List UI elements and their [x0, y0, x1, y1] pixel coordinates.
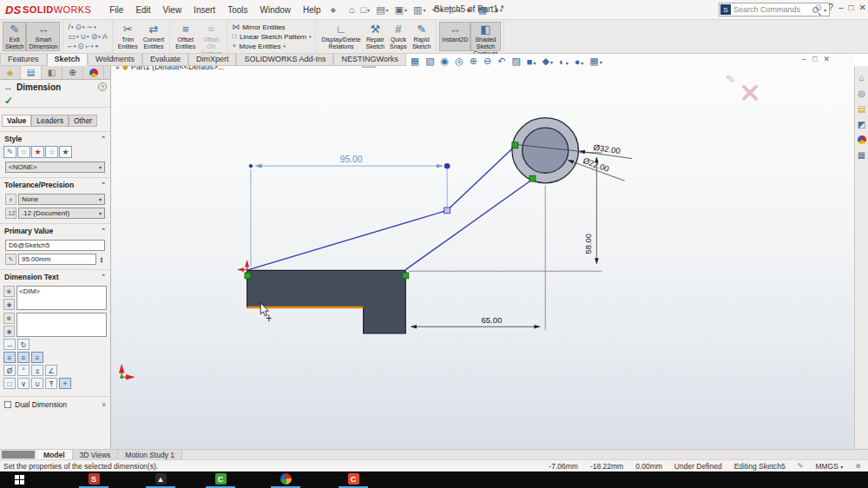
override-value-icon[interactable]: ✎: [5, 254, 16, 265]
chevron-down-icon[interactable]: ▾: [76, 34, 79, 39]
counterbore-symbol-button[interactable]: ∪: [31, 378, 43, 389]
help-icon[interactable]: ?: [98, 82, 107, 91]
tab-sketch[interactable]: Sketch: [47, 54, 89, 66]
chevron-down-icon[interactable]: ▾: [309, 34, 312, 39]
menu-pin-icon[interactable]: ◆: [331, 6, 336, 14]
sketch-profile-region[interactable]: [247, 270, 406, 333]
square-symbol-button[interactable]: □: [3, 378, 16, 389]
precision-dropdown[interactable]: .12 (Document) ▾: [18, 208, 105, 219]
line-tool[interactable]: /▾: [68, 23, 73, 31]
move-entities-button[interactable]: + Move Entities ▾: [232, 42, 311, 50]
instant2d-button[interactable]: ↔ Instant2D: [439, 22, 470, 51]
file-explorer-icon[interactable]: ▤: [858, 104, 865, 114]
help-button[interactable]: ?: [828, 3, 833, 12]
primary-value-section-header[interactable]: Primary Value ⌃: [0, 223, 110, 237]
tab-solidworks-addins[interactable]: SOLIDWORKS Add-Ins: [236, 54, 333, 66]
dimension-value-field[interactable]: 95.00mm: [18, 254, 96, 265]
chevron-down-icon[interactable]: ▾: [71, 24, 74, 30]
tolerance-section-header[interactable]: Tolerance/Precision ⌃: [0, 177, 110, 191]
rapid-sketch-button[interactable]: ✎ Rapid Sketch: [410, 22, 433, 51]
tab-dimxpert[interactable]: DimXpert: [188, 54, 237, 66]
menu-view[interactable]: View: [157, 3, 188, 17]
user-account-icon[interactable]: ☺: [813, 2, 823, 12]
override-text-icon[interactable]: ⊗: [3, 313, 15, 324]
ellipse-tool[interactable]: ⊘▾: [91, 32, 101, 41]
view-palette-icon[interactable]: ◩: [858, 120, 865, 129]
plus-minus-symbol-button[interactable]: ±: [31, 365, 43, 376]
point-tool[interactable]: ▪: [95, 42, 98, 50]
edit-appearance-icon[interactable]: ●▾: [573, 56, 586, 67]
tab-value[interactable]: Value: [2, 115, 31, 127]
justify-center-button[interactable]: ≡: [17, 352, 30, 363]
units-selector[interactable]: MMGS ▾: [815, 462, 843, 471]
menu-insert[interactable]: Insert: [187, 3, 221, 17]
tab-evaluate[interactable]: Evaluate: [142, 54, 188, 66]
diameter-symbol-button[interactable]: Ø: [3, 365, 16, 376]
justify-right-button[interactable]: ≡: [31, 352, 43, 363]
tab-model[interactable]: Model: [36, 450, 73, 459]
save-button[interactable]: ▣▾: [392, 3, 410, 17]
collapse-icon[interactable]: ⌃: [101, 274, 106, 280]
coincident-relation-icon[interactable]: [529, 175, 536, 181]
custom-properties-icon[interactable]: ▦: [858, 150, 865, 160]
justify-left-button[interactable]: ≡: [3, 352, 16, 363]
offset-entities-button[interactable]: ≡ Offset Entities: [173, 22, 198, 51]
dual-dimension-checkbox[interactable]: [4, 401, 11, 408]
dimension-text-section-header[interactable]: Dimension Text ⌃: [0, 269, 110, 283]
tab-leaders[interactable]: Leaders: [31, 115, 69, 127]
tab-dimxpertmanager[interactable]: ⊕: [62, 66, 83, 79]
doc-close-button[interactable]: ✕: [823, 55, 830, 63]
doc-minimize-button[interactable]: –: [802, 55, 806, 63]
style-preset-dropdown[interactable]: <NONE> ▾: [5, 162, 105, 173]
mirror-entities-button[interactable]: ⋈ Mirror Entities: [232, 23, 311, 31]
exit-sketch-button[interactable]: ✎ Exit Sketch: [3, 22, 26, 51]
quick-snaps-button[interactable]: # Quick Snaps: [387, 22, 410, 51]
expand-icon[interactable]: ∨: [102, 401, 106, 408]
dimension-95[interactable]: 95.00: [249, 155, 450, 267]
shaded-sketch-contours-button[interactable]: ◧ Shaded Sketch Contours: [470, 22, 500, 51]
depth-symbol-button[interactable]: Ŧ: [45, 378, 57, 389]
rotate-text-button[interactable]: ↻: [17, 339, 30, 350]
degree-symbol-button[interactable]: °: [17, 365, 30, 376]
value-spinner[interactable]: ▲▼: [98, 256, 105, 263]
add-style-button[interactable]: ☆: [17, 146, 30, 158]
tab-displaymanager[interactable]: [83, 66, 104, 79]
rectangle-tool[interactable]: ▭▾: [68, 32, 78, 41]
display-delete-relations-button[interactable]: ∟ Display/Delete Relations: [319, 22, 363, 51]
appearances-icon[interactable]: [858, 135, 866, 144]
minimize-button[interactable]: –: [838, 3, 844, 12]
taskbar-app-recorder[interactable]: C: [342, 473, 365, 485]
tab-configurationmanager[interactable]: ◧: [42, 66, 62, 79]
start-button[interactable]: [0, 472, 39, 488]
sketch-line[interactable]: [447, 145, 516, 210]
confirmation-corner[interactable]: ✎: [724, 72, 755, 99]
quick-tips-icon[interactable]: ✎: [798, 462, 804, 470]
tab-featuremanager[interactable]: ◈: [0, 66, 21, 79]
set-default-style-button[interactable]: ✎: [3, 146, 16, 158]
taskbar-app-browser[interactable]: [274, 473, 297, 485]
tolerance-type-dropdown[interactable]: None ▾: [18, 194, 105, 205]
part-origin-icon[interactable]: [238, 260, 248, 271]
menu-tools[interactable]: Tools: [221, 3, 253, 17]
close-button[interactable]: ✕: [859, 3, 866, 12]
dimension-text-area-2[interactable]: [16, 313, 107, 337]
sketch-canvas[interactable]: 95.00 Ø32.00 Ø22.00 58.00 65.00: [111, 66, 854, 449]
taskbar-app-photos[interactable]: ▲: [149, 473, 172, 485]
coincident-relation-icon[interactable]: [245, 273, 251, 279]
home-button[interactable]: ⌂: [346, 3, 358, 16]
override-text-icon[interactable]: ⊗: [3, 286, 15, 297]
open-document-button[interactable]: ▤▾: [373, 3, 391, 17]
coincident-relation-icon[interactable]: [512, 142, 518, 148]
restore-button[interactable]: □: [849, 3, 854, 12]
load-style-button[interactable]: ★: [59, 146, 72, 158]
text-tool[interactable]: A: [102, 32, 108, 41]
tab-nestingworks[interactable]: NESTINGWorks: [333, 54, 405, 66]
countersink-symbol-button[interactable]: ∨: [17, 378, 30, 389]
tab-weldments[interactable]: Weldments: [88, 54, 142, 66]
tab-propertymanager[interactable]: ▤: [21, 66, 42, 79]
status-tag-icon[interactable]: ⊕: [855, 462, 861, 470]
centerline-symbol-button[interactable]: ∠: [45, 365, 57, 376]
style-section-header[interactable]: Style ⌃: [0, 131, 110, 145]
resources-home-icon[interactable]: ⌂: [858, 73, 864, 82]
slot-tool[interactable]: ⌐▾: [68, 42, 76, 50]
